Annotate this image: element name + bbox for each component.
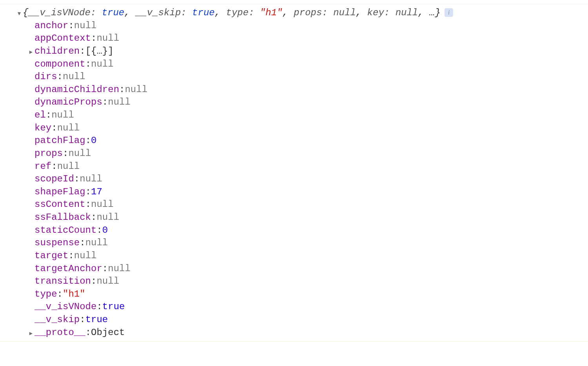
- object-property-row[interactable]: scopeId: null: [0, 173, 588, 186]
- object-property-row[interactable]: shapeFlag: 17: [0, 186, 588, 199]
- object-property-row[interactable]: patchFlag: 0: [0, 134, 588, 147]
- property-key: scopeId: [34, 173, 74, 186]
- property-value: null: [57, 160, 80, 173]
- property-value: null: [96, 275, 119, 288]
- colon-separator: :: [119, 83, 125, 96]
- object-property-row[interactable]: __v_isVNode: true: [0, 301, 588, 313]
- colon-separator: :: [57, 71, 63, 83]
- object-summary-row[interactable]: {__v_isVNode: true, __v_skip: true, type…: [0, 7, 588, 20]
- property-value: null: [96, 32, 119, 45]
- object-property-row[interactable]: __v_skip: true: [0, 313, 588, 326]
- property-value: null: [91, 58, 114, 71]
- object-property-row[interactable]: anchor: null: [0, 20, 588, 33]
- colon-separator: :: [51, 160, 57, 173]
- property-value: null: [125, 83, 147, 96]
- colon-separator: :: [68, 20, 74, 33]
- object-property-row[interactable]: suspense: null: [0, 237, 588, 250]
- property-key: dynamicProps: [34, 96, 102, 109]
- property-key: shapeFlag: [34, 186, 85, 199]
- property-value: "h1": [63, 288, 85, 301]
- object-property-row[interactable]: dynamicProps: null: [0, 96, 588, 109]
- colon-separator: :: [46, 109, 51, 122]
- property-key: anchor: [34, 20, 68, 33]
- colon-separator: :: [91, 211, 96, 224]
- colon-separator: :: [63, 147, 68, 160]
- property-value: null: [74, 20, 97, 33]
- property-value: null: [63, 71, 85, 83]
- object-property-row[interactable]: props: null: [0, 147, 588, 160]
- property-value: true: [102, 301, 125, 313]
- property-key: children: [34, 45, 80, 58]
- object-property-row[interactable]: el: null: [0, 109, 588, 122]
- colon-separator: :: [102, 96, 108, 109]
- disclosure-triangle-down-icon[interactable]: [16, 9, 22, 18]
- property-key: suspense: [34, 237, 80, 250]
- object-property-row[interactable]: ref: null: [0, 160, 588, 173]
- object-property-row[interactable]: target: null: [0, 250, 588, 263]
- property-value: [{…}]: [85, 45, 114, 58]
- object-property-row[interactable]: key: null: [0, 122, 588, 135]
- object-property-row[interactable]: children: [{…}]: [0, 45, 588, 58]
- info-icon[interactable]: i: [445, 8, 453, 17]
- object-property-row[interactable]: component: null: [0, 58, 588, 71]
- object-property-row[interactable]: dynamicChildren: null: [0, 83, 588, 96]
- property-value: true: [85, 313, 108, 326]
- disclosure-triangle-right-icon[interactable]: [28, 47, 34, 56]
- property-key: el: [34, 109, 46, 122]
- property-value: null: [74, 250, 97, 263]
- object-property-row[interactable]: type: "h1": [0, 288, 588, 301]
- colon-separator: :: [51, 122, 57, 135]
- colon-separator: :: [85, 198, 91, 211]
- property-key: appContext: [34, 32, 91, 45]
- property-key: targetAnchor: [34, 263, 102, 275]
- object-property-row[interactable]: appContext: null: [0, 32, 588, 45]
- property-key: patchFlag: [34, 134, 85, 147]
- colon-separator: :: [80, 237, 85, 250]
- object-property-row[interactable]: ssContent: null: [0, 198, 588, 211]
- colon-separator: :: [85, 186, 91, 199]
- property-value: null: [91, 198, 114, 211]
- property-value: null: [96, 211, 119, 224]
- property-value: null: [51, 109, 74, 122]
- property-value: null: [85, 237, 108, 250]
- property-value: null: [108, 263, 131, 275]
- colon-separator: :: [68, 250, 74, 263]
- colon-separator: :: [74, 173, 80, 186]
- disclosure-triangle-right-icon[interactable]: [28, 328, 34, 338]
- colon-separator: :: [96, 301, 102, 313]
- object-property-row[interactable]: __proto__: Object: [0, 326, 588, 339]
- property-key: dirs: [34, 71, 57, 83]
- property-key: target: [34, 250, 68, 263]
- property-key: ssContent: [34, 198, 85, 211]
- colon-separator: :: [85, 58, 91, 71]
- property-key: key: [34, 122, 51, 135]
- property-key: __v_isVNode: [34, 301, 96, 313]
- property-value: null: [80, 173, 102, 186]
- colon-separator: :: [91, 32, 96, 45]
- property-key: staticCount: [34, 224, 96, 237]
- colon-separator: :: [85, 326, 91, 339]
- object-property-row[interactable]: transition: null: [0, 275, 588, 288]
- property-key: dynamicChildren: [34, 83, 119, 96]
- property-value: 17: [91, 186, 102, 199]
- property-key: __v_skip: [34, 313, 80, 326]
- object-property-row[interactable]: staticCount: 0: [0, 224, 588, 237]
- property-value: null: [57, 122, 80, 135]
- object-summary-text: {__v_isVNode: true, __v_skip: true, type…: [23, 7, 441, 20]
- property-value: 0: [91, 134, 96, 147]
- property-key: component: [34, 58, 85, 71]
- console-object-dump: {__v_isVNode: true, __v_skip: true, type…: [0, 4, 588, 342]
- colon-separator: :: [102, 263, 108, 275]
- colon-separator: :: [85, 134, 91, 147]
- property-key: type: [34, 288, 57, 301]
- property-value: null: [108, 96, 131, 109]
- object-property-row[interactable]: dirs: null: [0, 71, 588, 83]
- object-property-row[interactable]: targetAnchor: null: [0, 263, 588, 275]
- property-value: null: [68, 147, 91, 160]
- colon-separator: :: [57, 288, 63, 301]
- property-value: 0: [102, 224, 108, 237]
- property-key: transition: [34, 275, 91, 288]
- property-key: __proto__: [34, 326, 85, 339]
- colon-separator: :: [91, 275, 96, 288]
- object-property-row[interactable]: ssFallback: null: [0, 211, 588, 224]
